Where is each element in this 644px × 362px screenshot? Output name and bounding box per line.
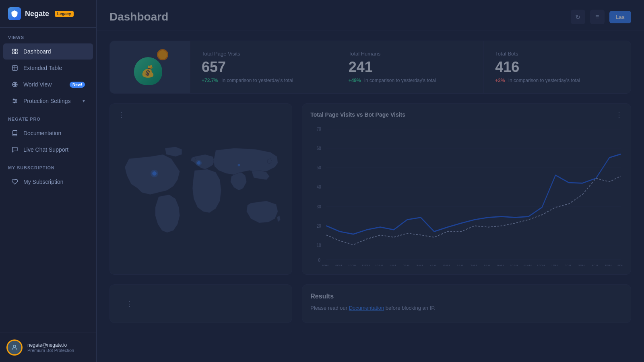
svg-text:4AM: 4AM xyxy=(430,263,436,266)
svg-text:10PM: 10PM xyxy=(348,263,357,266)
svg-point-14 xyxy=(13,345,16,348)
stat-change-0: +72.7% In comparison to yesterday's tota… xyxy=(202,78,326,83)
svg-text:10AM: 10AM xyxy=(510,263,518,266)
svg-text:5AM: 5AM xyxy=(444,263,450,266)
app-name: Negate xyxy=(25,10,49,18)
svg-text:1PM: 1PM xyxy=(551,263,558,266)
sidebar-item-world-view[interactable]: World View New! xyxy=(3,76,93,93)
svg-rect-4 xyxy=(12,66,17,70)
sidebar-item-my-subscription[interactable]: My Subscription xyxy=(3,174,93,190)
refresh-button[interactable]: ↻ xyxy=(571,10,585,24)
chevron-down-icon: ▾ xyxy=(83,98,85,104)
line-chart-more-button[interactable]: ⋮ xyxy=(615,110,623,119)
svg-text:40: 40 xyxy=(317,184,321,189)
stat-label-1: Total Humans xyxy=(349,51,473,57)
book-icon xyxy=(11,130,19,137)
svg-point-16 xyxy=(151,170,158,177)
sidebar-item-live-chat-support[interactable]: Live Chat Support xyxy=(3,142,93,158)
svg-point-12 xyxy=(15,101,17,102)
svg-text:1AM: 1AM xyxy=(390,263,396,266)
stat-change-2: +2% In comparison to yesterday's total xyxy=(495,78,619,83)
world-map-svg: .land { fill: #3a4a6b; stroke: #2a3350; … xyxy=(116,125,285,268)
stat-label-0: Total Page Visits xyxy=(202,51,326,57)
sidebar: Negate Legacy VIEWS Dashboard Extended T… xyxy=(0,0,97,362)
stat-value-1: 241 xyxy=(349,60,473,74)
user-profile[interactable]: negate@negate.io Premium Bot Protection xyxy=(0,333,96,362)
user-info: negate@negate.io Premium Bot Protection xyxy=(27,342,74,353)
svg-text:12PM: 12PM xyxy=(537,263,545,266)
section-label-my-subscription: MY SUBSCRIPTION xyxy=(0,158,96,173)
stat-value-0: 657 xyxy=(202,60,326,74)
svg-text:20: 20 xyxy=(317,223,321,228)
last-button[interactable]: Las xyxy=(609,11,631,23)
results-text-before: Please read our xyxy=(310,305,347,311)
svg-text:11AM: 11AM xyxy=(523,263,532,266)
stat-label-2: Total Bots xyxy=(495,51,619,57)
logo-area: Negate Legacy xyxy=(0,0,96,28)
svg-text:3AM: 3AM xyxy=(417,263,423,266)
charts-row: ⋮ .land { fill: #3a4a6b; stroke: #2a3350… xyxy=(109,103,631,275)
stats-row: 💰 Total Page Visits 657 +72.7% In compar… xyxy=(109,41,631,94)
line-chart-header: Total Page Visits vs Bot Page Visits ⋮ xyxy=(302,104,631,125)
grid-icon xyxy=(11,48,19,55)
svg-point-19 xyxy=(238,164,240,166)
sidebar-item-documentation[interactable]: Documentation xyxy=(3,125,93,141)
main-header: Dashboard ↻ ≡ Las xyxy=(97,0,644,31)
filter-button[interactable]: ≡ xyxy=(590,10,605,24)
svg-text:9PM: 9PM xyxy=(336,263,342,266)
chat-icon xyxy=(11,146,19,153)
header-actions: ↻ ≡ Las xyxy=(571,10,631,24)
stat-card-humans: Total Humans 241 +49% In comparison to y… xyxy=(337,41,484,93)
svg-text:7AM: 7AM xyxy=(471,263,477,266)
svg-text:6AM: 6AM xyxy=(457,263,463,266)
main-content-area: Dashboard ↻ ≡ Las 💰 Total Page Visits 65… xyxy=(97,0,644,362)
legacy-badge: Legacy xyxy=(55,11,73,17)
stat-card-page-visits: Total Page Visits 657 +72.7% In comparis… xyxy=(190,41,337,93)
results-card-header: ⋮ xyxy=(118,293,284,315)
line-chart-title: Total Page Visits vs Bot Page Visits xyxy=(310,111,405,118)
promo-image: 💰 xyxy=(132,49,168,85)
svg-text:3PM: 3PM xyxy=(578,263,585,266)
svg-text:50: 50 xyxy=(317,165,321,170)
results-right-card: Results Please read our Documentation be… xyxy=(302,284,631,323)
user-email: negate@negate.io xyxy=(27,342,74,348)
svg-text:2AM: 2AM xyxy=(403,263,409,266)
avatar-inner xyxy=(8,341,21,354)
sidebar-item-protection-settings[interactable]: Protection Settings ▾ xyxy=(3,93,93,109)
avatar xyxy=(6,339,23,356)
change-pct-2: +2% xyxy=(495,78,505,83)
section-label-views: VIEWS xyxy=(0,28,96,43)
svg-text:2PM: 2PM xyxy=(565,263,571,266)
svg-point-11 xyxy=(13,99,14,100)
live-chat-support-label: Live Chat Support xyxy=(23,146,85,153)
results-documentation-link[interactable]: Documentation xyxy=(349,305,384,311)
dashboard-label: Dashboard xyxy=(23,48,85,55)
line-chart-container: 70 60 50 40 30 20 10 0 xyxy=(302,125,631,274)
extended-table-label: Extended Table xyxy=(23,65,85,71)
world-map-more-button[interactable]: ⋮ xyxy=(118,110,125,119)
documentation-label: Documentation xyxy=(23,130,85,136)
line-chart-svg: 70 60 50 40 30 20 10 0 xyxy=(310,125,623,266)
results-more-button[interactable]: ⋮ xyxy=(126,299,133,308)
results-title: Results xyxy=(310,293,623,300)
page-title: Dashboard xyxy=(109,10,168,23)
svg-text:30: 30 xyxy=(317,204,321,209)
world-map-header: ⋮ xyxy=(110,104,292,125)
svg-text:8AM: 8AM xyxy=(484,263,490,266)
change-text-0: In comparison to yesterday's total xyxy=(221,78,293,83)
svg-text:9AM: 9AM xyxy=(497,263,504,266)
protection-settings-label: Protection Settings xyxy=(23,98,78,104)
svg-text:11PM: 11PM xyxy=(361,263,370,266)
svg-text:8PM: 8PM xyxy=(322,263,328,266)
world-view-label: World View xyxy=(23,81,65,88)
table-icon xyxy=(11,64,19,72)
new-badge: New! xyxy=(70,82,85,88)
line-chart-card: Total Page Visits vs Bot Page Visits ⋮ 7… xyxy=(302,103,631,275)
stat-change-1: +49% In comparison to yesterday's total xyxy=(349,78,473,83)
svg-text:10: 10 xyxy=(317,243,321,248)
sidebar-item-dashboard[interactable]: Dashboard xyxy=(3,43,93,60)
sidebar-item-extended-table[interactable]: Extended Table xyxy=(3,60,93,76)
svg-text:0: 0 xyxy=(318,257,320,263)
world-map-container: .land { fill: #3a4a6b; stroke: #2a3350; … xyxy=(110,125,292,274)
svg-text:12AM: 12AM xyxy=(375,263,384,266)
